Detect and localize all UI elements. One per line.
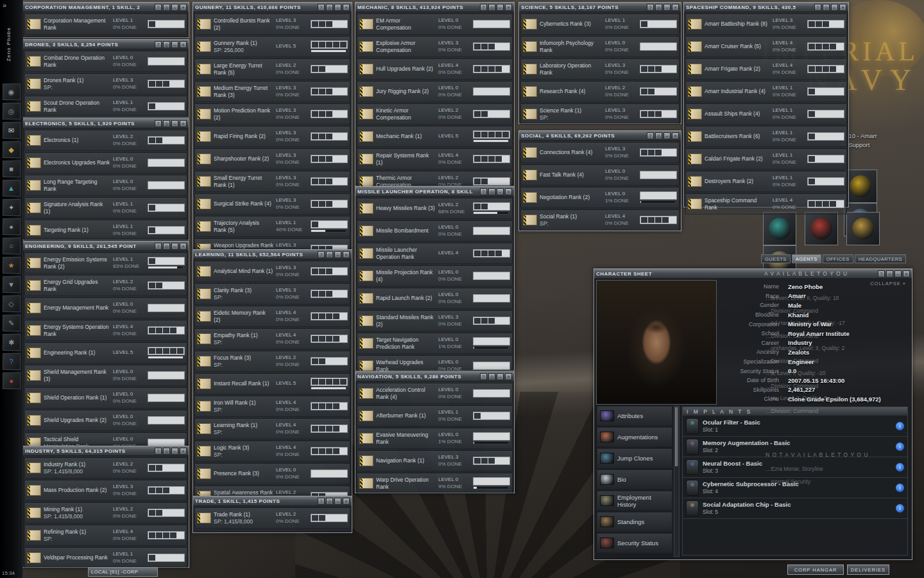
window-titlebar[interactable]: LEARNING, 11 SKILLS, 652,564 POINTS?◎–× <box>193 250 352 259</box>
station-tab[interactable]: AGENTS <box>792 254 821 263</box>
window-titlebar[interactable]: NAVIGATION, 5 SKILLS, 9,286 POINTS?◎–× <box>355 372 514 381</box>
skill-row[interactable]: Iron Will Rank (1)SP: LEVEL 40% DONE <box>194 396 350 417</box>
scrollbar-thumb[interactable] <box>675 407 678 466</box>
skill-row[interactable]: Missile Bombardment LEVEL 00% DONE <box>357 220 513 241</box>
skill-row[interactable]: Mechanic Rank (1) LEVEL 5 <box>357 126 513 147</box>
corp-hangar-button[interactable]: CORP HANGAR <box>787 565 844 575</box>
window-titlebar[interactable]: MECHANIC, 8 SKILLS, 413,924 POINTS?◎–× <box>355 3 514 12</box>
character-sheet-titlebar[interactable]: CHARACTER SHEET ?◎–× <box>594 269 912 279</box>
help-icon[interactable]: ? <box>318 498 325 505</box>
skill-row[interactable]: Small Energy Turret Rank (1) LEVEL 30% D… <box>194 171 350 192</box>
skill-row[interactable]: Corporation Management Rank LEVEL 10% DO… <box>24 13 187 35</box>
skill-row[interactable]: Clarity Rank (3)SP: LEVEL 30% DONE <box>194 283 350 304</box>
skill-row[interactable]: Logic Rank (3)SP: LEVEL 40% DONE <box>194 441 350 462</box>
close-icon[interactable]: × <box>180 4 187 11</box>
implant-row[interactable]: Ocular Filter - Basic Slot: 1 i <box>683 416 907 437</box>
station-tab[interactable]: GUESTS <box>761 254 791 263</box>
skill-row[interactable]: Amarr Frigate Rank (2) LEVEL 40% DONE <box>685 58 847 80</box>
minimize-icon[interactable]: – <box>334 251 341 258</box>
help-icon[interactable]: ? <box>480 188 487 195</box>
skill-row[interactable]: Fast Talk Rank (4) LEVEL 00% DONE <box>520 164 680 186</box>
implant-row[interactable]: Social Adaptation Chip - Basic Slot: 5 i <box>683 498 907 519</box>
window-drones[interactable]: DRONES, 3 SKILLS, 8,254 POINTS?◎–× Comba… <box>22 39 189 118</box>
corporation-icon[interactable]: ★ <box>3 257 21 274</box>
skill-row[interactable]: Targeting Rank (1) LEVEL 10% DONE <box>24 220 187 241</box>
charsheet-menu-item[interactable]: Employment History <box>597 491 672 511</box>
close-icon[interactable]: × <box>505 4 512 11</box>
skill-row[interactable]: Amarr Industrial Rank (4) LEVEL 10% DONE <box>685 81 847 102</box>
close-icon[interactable]: × <box>180 41 187 48</box>
skill-row[interactable]: Combat Drone Operation Rank LEVEL 00% DO… <box>24 51 187 72</box>
skill-row[interactable]: Social Rank (1)SP: LEVEL 40% DONE <box>520 209 680 231</box>
close-icon[interactable]: × <box>839 4 846 11</box>
settings-icon[interactable]: ✱ <box>3 334 21 351</box>
skill-row[interactable]: Long Range Targeting Rank LEVEL 00% DONE <box>24 175 187 196</box>
skill-row[interactable]: Presence Rank (3) LEVEL 00% DONE <box>194 463 350 484</box>
window-titlebar[interactable]: ENGINEERING, 9 SKILLS, 261,545 POINT?◎–× <box>23 241 189 251</box>
assets-icon[interactable]: ■ <box>3 161 21 177</box>
skill-row[interactable]: Rapid Launch Rank (2) LEVEL 00% DONE <box>357 288 513 309</box>
close-icon[interactable]: × <box>343 4 350 11</box>
help-icon[interactable]: ? <box>480 4 487 11</box>
skill-row[interactable]: Focus Rank (3)SP: LEVEL 20% DONE <box>194 351 350 372</box>
skill-row[interactable]: Learning Rank (1)SP: LEVEL 40% DONE <box>194 418 350 439</box>
neocom-expand-icon[interactable]: » <box>3 1 6 9</box>
skill-row[interactable]: Repair Systems Rank (1) LEVEL 40% DONE <box>357 148 513 170</box>
close-icon[interactable]: × <box>505 373 512 380</box>
log-off-icon[interactable]: ● <box>3 372 21 389</box>
skill-row[interactable]: Heavy Missiles Rank (3) LEVEL 268% DONE <box>357 198 513 219</box>
window-gunnery[interactable]: GUNNERY, 11 SKILLS, 410,666 POINTS?◎–× C… <box>193 2 352 250</box>
minimize-icon[interactable]: – <box>497 373 504 380</box>
map-icon[interactable]: ○ <box>3 238 21 254</box>
skill-row[interactable]: Science Rank (1)SP: LEVEL 30% DONE <box>520 103 680 125</box>
skill-row[interactable]: Rapid Firing Rank (2) LEVEL 30% DONE <box>194 126 350 147</box>
skill-row[interactable]: Controlled Bursts Rank (2) LEVEL 30% DON… <box>194 13 350 35</box>
skill-row[interactable]: Acceleration Control Rank (4) LEVEL 00% … <box>357 383 513 404</box>
skill-row[interactable]: Research Rank (4) LEVEL 20% DONE <box>520 81 680 102</box>
window-industry[interactable]: INDUSTRY, 5 SKILLS, 64,315 POINTS?◎–× In… <box>22 446 189 568</box>
deliveries-button[interactable]: DELIVERIES <box>847 565 889 575</box>
skill-row[interactable]: EM Armor Compensation LEVEL 00% DONE <box>357 13 513 35</box>
window-engineering[interactable]: ENGINEERING, 9 SKILLS, 261,545 POINT?◎–×… <box>22 241 189 446</box>
skill-row[interactable]: Analytical Mind Rank (1) LEVEL 30% DONE <box>194 261 350 282</box>
skill-row[interactable]: Large Energy Turret Rank (5) LEVEL 20% D… <box>194 58 350 80</box>
window-science[interactable]: SCIENCE, 5 SKILLS, 18,167 POINTS?◎–× Cyb… <box>518 2 681 124</box>
info-icon[interactable]: i <box>896 504 904 512</box>
skill-row[interactable]: Amarr Battleship Rank (8) LEVEL 30% DONE <box>685 13 847 35</box>
close-icon[interactable]: × <box>903 270 910 277</box>
character-icon[interactable]: ◉ <box>3 83 21 100</box>
journal-icon[interactable]: ◇ <box>3 295 21 312</box>
skill-row[interactable]: Trajectory Analysis Rank (5) LEVEL 140% … <box>194 216 350 237</box>
skill-row[interactable]: Drones Rank (1)SP: LEVEL 30% DONE <box>24 73 187 94</box>
close-icon[interactable]: × <box>180 448 187 455</box>
info-icon[interactable]: i <box>896 422 904 430</box>
pin-icon[interactable]: ◎ <box>655 4 662 11</box>
skill-row[interactable]: Missile Launcher Operation Rank LEVEL 4 <box>357 243 513 264</box>
skill-row[interactable]: Medium Energy Turret Rank (3) LEVEL 30% … <box>194 81 350 102</box>
pin-icon[interactable]: ◎ <box>326 251 333 258</box>
minimize-icon[interactable]: – <box>171 4 178 11</box>
science-and-industry-icon[interactable]: ● <box>3 218 21 235</box>
window-titlebar[interactable]: ELECTRONICS, 5 SKILLS, 1,920 POINTS?◎–× <box>23 119 189 128</box>
skill-row[interactable]: Assault Ships Rank (4) LEVEL 10% DONE <box>685 103 847 125</box>
window-mechanic[interactable]: MECHANIC, 8 SKILLS, 413,924 POINTS?◎–× E… <box>355 2 515 186</box>
close-icon[interactable]: × <box>180 243 187 250</box>
window-titlebar[interactable]: DRONES, 3 SKILLS, 8,254 POINTS?◎–× <box>23 40 189 49</box>
notepad-icon[interactable]: ✎ <box>3 315 21 331</box>
help-icon[interactable]: ? <box>155 4 162 11</box>
skill-row[interactable]: Spaceship Command Rank LEVEL 40% DONE <box>685 193 847 215</box>
window-learning[interactable]: LEARNING, 11 SKILLS, 652,564 POINTS?◎–× … <box>193 249 352 497</box>
minimize-icon[interactable]: – <box>831 4 838 11</box>
help-icon[interactable]: ? <box>155 448 162 455</box>
window-corporation-management[interactable]: CORPORATION MANAGEMENT, 1 SKILL, 2?◎–× C… <box>22 2 189 38</box>
close-icon[interactable]: × <box>672 132 679 139</box>
minimize-icon[interactable]: – <box>171 41 178 48</box>
window-titlebar[interactable]: GUNNERY, 11 SKILLS, 410,666 POINTS?◎–× <box>193 3 352 12</box>
station-tab[interactable]: OFFICES <box>823 254 853 263</box>
fitting-icon[interactable]: ✦ <box>3 199 21 216</box>
implant-row[interactable]: Cybernetic Subprocessor - Basic Slot: 4 … <box>683 478 907 498</box>
pin-icon[interactable]: ◎ <box>326 498 333 505</box>
skill-row[interactable]: Empathy Rank (1)SP: LEVEL 40% DONE <box>194 328 350 349</box>
window-titlebar[interactable]: TRADE, 1 SKILL, 1,415 POINTS?◎–× <box>193 496 352 506</box>
skill-row[interactable]: Gunnery Rank (1)SP: 256,000 LEVEL 5 <box>194 36 350 57</box>
